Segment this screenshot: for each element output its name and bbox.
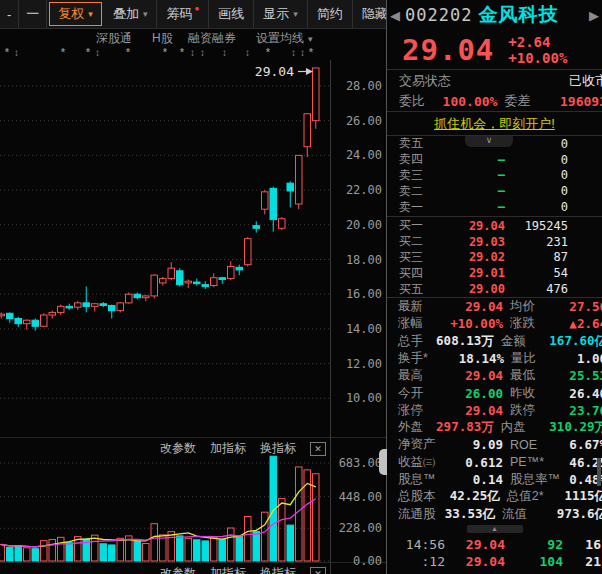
event-marker-icon[interactable]: * [163,46,167,60]
event-marker-icon[interactable]: * [309,46,313,60]
event-marker-icon[interactable]: * [126,46,130,60]
ask-row-label: 卖二 [399,183,443,200]
toolbar-button-简约[interactable]: 简约 [308,0,353,28]
stat-value: 973.6亿 [557,506,602,523]
stat-value: 26.00 [445,386,503,401]
event-marker-icon[interactable]: * [180,46,184,60]
indicator2-pane-btn-改参数[interactable]: 改参数 [160,565,196,574]
toolbar-button-叠加[interactable]: 叠加▾ [104,0,158,28]
bid-levels: 买一29.04195245买二29.03231买三29.0287买四29.015… [387,218,602,297]
event-marker-icon[interactable]: ↕ [14,46,19,60]
toolbar-button-显示[interactable]: 显示▾ [254,0,308,28]
stat-row: 股息™0.14股息率™0.48% [387,471,602,488]
toolbar-button-复权[interactable]: 复权▾ [49,2,102,26]
price-axis-label: 12.00 [331,357,382,371]
subbar-link-H股[interactable]: H股 [152,30,173,47]
stat-label: 涨幅 [398,315,445,332]
candlestick-chart[interactable]: 29.04 [0,60,330,438]
stat-label: 总值2* [507,488,565,505]
bid-row-label: 买五 [399,281,443,298]
stat-row: 总股本42.25亿总值2*1115亿 [387,488,602,505]
tick-row[interactable]: 14:5629.049216 [387,536,602,553]
volume-axis-label: 448.00 [331,490,382,504]
bid-row-price: 29.03 [443,235,505,249]
price-change: +2.64 [508,34,567,50]
stat-label: 外盘 [398,419,436,436]
toolbar-button-筹码[interactable]: 筹码● [157,0,209,28]
subbar-link-设置均线[interactable]: 设置均线▾ [256,30,313,47]
tick-count: 21 [563,554,601,569]
event-marker-icon[interactable]: ↕ [300,46,305,60]
bid-row-price: 29.04 [443,219,505,233]
event-marker-icon[interactable]: * [86,46,90,60]
ask-levels: 卖五—0卖四—0卖三—0卖二—0卖一—0 [387,136,602,215]
price-axis-label: 28.00 [331,79,382,93]
chart-subtoolbar: 深股通H股融资融券设置均线▾ [0,28,386,47]
stat-label: 股息™ [398,471,445,488]
subbar-link-深股通[interactable]: 深股通 [96,30,132,47]
quote-panel: ◀ 002202 金风科技 ▶ 29.04 +2.64 +10.00% 交易状态… [387,0,602,574]
subbar-link-融资融券[interactable]: 融资融券 [188,30,236,47]
ask-row-volume: 0 [505,168,568,182]
event-marker-icon[interactable]: ↕ [95,46,100,60]
change-block: +2.64 +10.00% [508,34,567,66]
trade-status-row: 交易状态 已收市 [387,69,602,91]
event-marker-icon[interactable]: ↕ [291,46,296,60]
next-stock-arrow-icon[interactable]: ▶ [586,8,602,23]
event-marker-icon[interactable]: * [5,46,9,60]
stat-label: 流通股 [398,506,441,523]
collapse-up-arrow-icon[interactable]: ▲ [467,525,523,533]
toolbar-stub-1[interactable]: 一 [19,0,47,28]
ask-row-volume: 0 [505,200,568,214]
event-marker-icon[interactable]: ↕ [222,46,227,60]
stat-row: 总手608.13万金额167.60亿 [387,333,602,350]
volume-pane-btn-换指标[interactable]: 换指标 [260,440,296,457]
stat-value: 0.14 [445,472,503,487]
stat-row: 最高29.04最低25.53 [387,367,602,384]
svg-text:29.04: 29.04 [255,64,294,79]
stat-value: 6.67% [569,437,602,452]
event-marker-icon[interactable]: * [266,46,270,60]
ask-row: 卖四—0 [387,152,602,168]
indicator2-pane-btn-加指标[interactable]: 加指标 [210,565,246,574]
tick-time: 14:56 [399,537,445,552]
event-marker-icon[interactable]: ↕ [190,46,195,60]
volume-pane-btn-加指标[interactable]: 加指标 [210,440,246,457]
bid-row-volume: 87 [505,250,568,264]
event-marker-icon[interactable]: ↕ [245,46,250,60]
open-account-link[interactable]: 抓住机会，即刻开户! [434,115,555,133]
stat-label: 总股本 [398,488,443,505]
collapse-book-chevron-icon[interactable]: ∨ [465,136,513,147]
red-dot-badge-icon: ● [194,4,199,13]
volume-pane-header: 改参数加指标换指标✕ [0,441,330,456]
indicator2-pane-btn-换指标[interactable]: 换指标 [260,565,296,574]
prev-stock-arrow-icon[interactable]: ◀ [387,8,403,23]
ask-row-label: 卖三 [399,167,443,184]
toolbar-button-画线[interactable]: 画线 [209,0,254,28]
stat-label: 金额 [501,333,550,350]
stock-terminal-window: -一复权▾叠加▾筹码●画线显示▾简约隐藏▶▶ 深股通H股融资融券设置均线▾ *↕… [0,0,602,574]
stat-value: 33.53亿 [441,506,495,523]
event-marker-icon[interactable]: * [61,46,65,60]
toolbar-stub-0[interactable]: - [0,0,19,28]
tick-price: 29.04 [445,537,505,552]
volume-pane-close-icon[interactable]: ✕ [310,442,326,456]
stat-row: 换手*18.14%量比1.00 [387,350,602,367]
volume-pane-btn-改参数[interactable]: 改参数 [160,440,196,457]
bid-row-volume: 231 [505,235,568,249]
stat-value: 1115亿 [564,488,602,505]
indicator2-pane-close-icon[interactable]: ✕ [310,567,326,574]
panel-collapse-handle[interactable] [379,449,387,475]
volume-axis-label: 0.00 [331,554,382,568]
chevron-down-icon: ▾ [88,9,93,19]
stat-label: 涨跌 [510,315,569,332]
stat-value: 29.04 [445,403,503,418]
tick-row[interactable]: :1229.0410421 [387,553,602,570]
divider [0,562,386,563]
event-marker-icon[interactable]: ↕ [200,46,205,60]
stock-code: 002202 [405,5,472,25]
tick-volume: 92 [505,537,563,552]
stat-value: 25.53 [569,368,602,383]
stat-label: PE™* [510,455,569,469]
scrollbar-thumb[interactable] [597,458,601,486]
